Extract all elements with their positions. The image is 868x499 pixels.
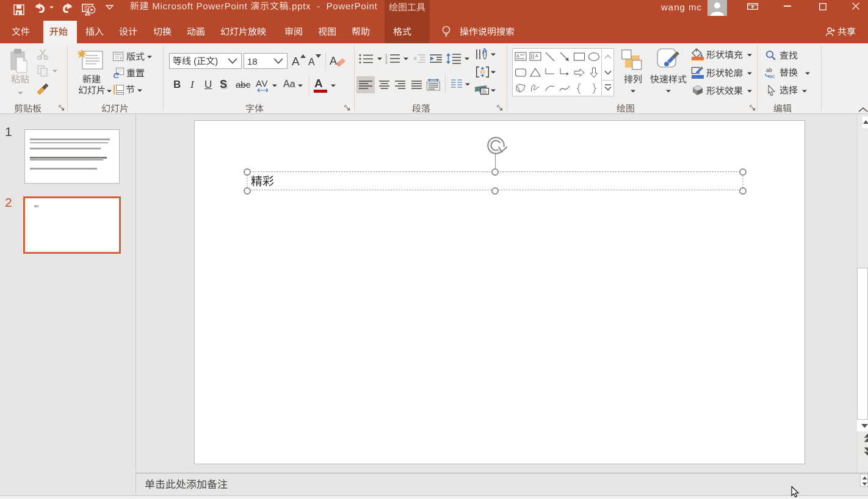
svg-text:ac: ac [769, 73, 775, 79]
svg-text:A: A [535, 54, 538, 58]
svg-text:ab: ab [766, 67, 772, 73]
svg-text:A: A [516, 54, 519, 58]
svg-text:A: A [482, 48, 488, 56]
svg-text:3: 3 [385, 60, 388, 65]
